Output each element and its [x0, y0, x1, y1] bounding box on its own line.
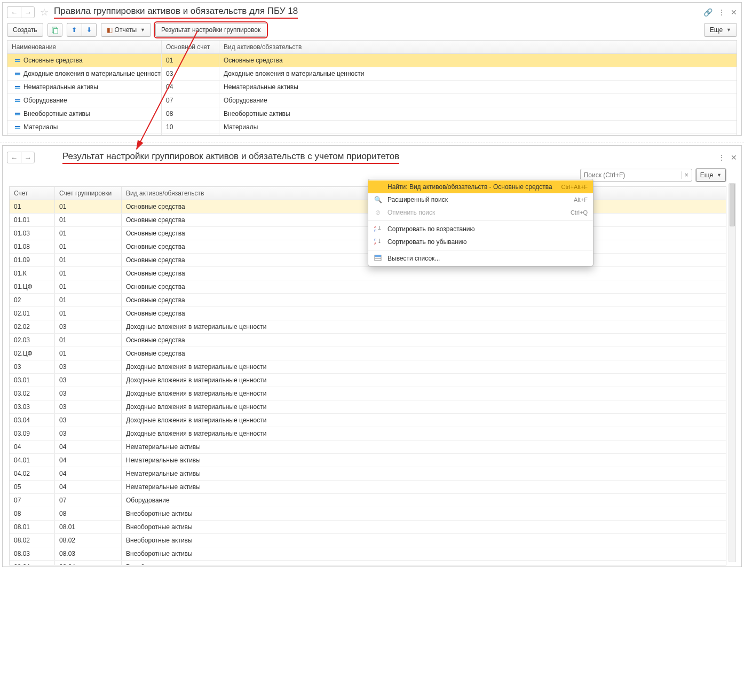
col-account[interactable]: Основной счет — [162, 41, 219, 53]
table-row[interactable]: 08.0408.04Внеоборотные активы — [10, 561, 726, 565]
cell-account: 03.09 — [10, 427, 55, 440]
menu-advanced-search[interactable]: 🔍 Расширенный поиск Alt+F — [368, 193, 593, 206]
more-button[interactable]: Еще▼ — [695, 168, 726, 182]
cell-type: Основные средства — [219, 54, 737, 67]
table-row[interactable]: 08.0208.02Внеоборотные активы — [10, 534, 726, 547]
table-row[interactable]: 03.0303Доходные вложения в материальные … — [10, 400, 726, 414]
cell-group: 01 — [55, 254, 122, 266]
vertical-scrollbar[interactable] — [729, 183, 736, 562]
copy-button[interactable] — [48, 23, 62, 37]
cell-type: Нематериальные активы — [122, 441, 726, 453]
cell-type: Основные средства — [122, 280, 726, 293]
table-row[interactable]: Нематериальные активы04Нематериальные ак… — [7, 81, 737, 94]
table-row[interactable]: 04.0204Нематериальные активы — [10, 467, 726, 481]
menu-sort-asc[interactable]: АЯ Сортировать по возрастанию — [368, 223, 593, 235]
cell-account: 01.ЦФ — [10, 280, 55, 293]
export-list-icon — [374, 254, 382, 263]
cell-group: 04 — [55, 467, 122, 480]
grouping-result-button[interactable]: Результат настройки группировок — [155, 23, 266, 37]
table-row[interactable]: 04.0104Нематериальные активы — [10, 454, 726, 467]
col-group-account[interactable]: Счет группировки — [55, 187, 122, 200]
kebab-menu-icon[interactable]: ⋮ — [718, 153, 725, 162]
close-icon[interactable]: ✕ — [731, 153, 737, 162]
cell-account: 04.01 — [10, 454, 55, 467]
forward-button[interactable]: → — [21, 6, 35, 18]
menu-find-current[interactable]: Найти: Вид активов/обязательств - Основн… — [368, 180, 593, 193]
cell-type: Доходные вложения в материальные ценност… — [219, 67, 737, 80]
move-down-button[interactable]: ⬇ — [82, 23, 97, 37]
table-row[interactable]: Основные средства01Основные средства — [7, 54, 737, 67]
table-row[interactable]: 03.0903Доходные вложения в материальные … — [10, 427, 726, 441]
close-icon[interactable]: ✕ — [731, 8, 737, 17]
cell-group: 01 — [55, 294, 122, 306]
context-menu: Найти: Вид активов/обязательств - Основн… — [368, 179, 593, 266]
forward-button[interactable]: → — [21, 152, 35, 163]
table-row[interactable]: 03.0403Доходные вложения в материальные … — [10, 414, 726, 427]
cell-group: 04 — [55, 441, 122, 453]
cell-group: 08.02 — [55, 534, 122, 547]
cell-name: Доходные вложения в материальные ценност… — [23, 70, 162, 77]
svg-text:Я: Я — [374, 238, 376, 241]
cell-group: 01 — [55, 307, 122, 320]
cell-type: Внеоборотные активы — [122, 507, 726, 520]
svg-text:А: А — [374, 225, 376, 229]
table-row[interactable]: Доходные вложения в материальные ценност… — [7, 67, 737, 81]
table-row[interactable]: 03.0203Доходные вложения в материальные … — [10, 387, 726, 400]
grouping-rules-window: ← → ☆ Правила группировки активов и обяз… — [2, 2, 742, 136]
table-row[interactable]: 02.0101Основные средства — [10, 307, 726, 320]
cell-account: 10 — [162, 121, 219, 133]
link-icon[interactable]: 🔗 — [703, 8, 713, 17]
table-row[interactable]: 01.ЦФ01Основные средства — [10, 280, 726, 294]
cell-type: Доходные вложения в материальные ценност… — [122, 400, 726, 413]
table-row[interactable]: 0504Нематериальные активы — [10, 481, 726, 494]
table-row[interactable]: 0404Нематериальные активы — [10, 441, 726, 454]
table-row[interactable]: 02.0301Основные средства — [10, 334, 726, 347]
cell-account: 03.02 — [10, 387, 55, 400]
kebab-menu-icon[interactable]: ⋮ — [718, 8, 725, 17]
table-row[interactable]: 0303Доходные вложения в материальные цен… — [10, 360, 726, 374]
cell-type: Основные средства — [122, 307, 726, 320]
table-row[interactable]: Внеоборотные активы08Внеоборотные активы — [7, 107, 737, 121]
cell-type: Нематериальные активы — [122, 454, 726, 467]
cell-account: 08.03 — [10, 547, 55, 560]
search-input[interactable] — [581, 171, 681, 179]
col-account[interactable]: Счет — [10, 187, 55, 200]
cell-account: 02.01 — [10, 307, 55, 320]
table-row[interactable]: 0201Основные средства — [10, 294, 726, 307]
col-name[interactable]: Наименование — [7, 41, 162, 53]
move-up-button[interactable]: ⬆ — [67, 23, 82, 37]
table-row[interactable]: 01.К01Основные средства — [10, 267, 726, 280]
scrollbar-thumb[interactable] — [730, 184, 735, 226]
create-button[interactable]: Создать — [7, 23, 43, 37]
back-button[interactable]: ← — [7, 6, 21, 18]
menu-export-list[interactable]: Вывести список... — [368, 252, 593, 265]
cell-type: Доходные вложения в материальные ценност… — [122, 320, 726, 333]
cell-group: 01 — [55, 267, 122, 280]
table-row[interactable]: 08.0308.03Внеоборотные активы — [10, 547, 726, 561]
cell-group: 04 — [55, 454, 122, 467]
menu-sort-desc[interactable]: ЯА Сортировать по убыванию — [368, 235, 593, 248]
search-box[interactable]: × — [580, 169, 692, 182]
cell-account: 03.04 — [10, 414, 55, 427]
favorite-star-icon[interactable]: ☆ — [40, 6, 49, 18]
cell-account: 01 — [10, 200, 55, 213]
reports-button[interactable]: Отчеты▼ — [101, 23, 151, 37]
table-row[interactable]: 02.ЦФ01Основные средства — [10, 347, 726, 360]
rules-table: Наименование Основной счет Вид активов/о… — [7, 40, 737, 136]
cell-group: 03 — [55, 427, 122, 440]
table-row[interactable]: 0707Оборудование — [10, 494, 726, 507]
back-button[interactable]: ← — [7, 152, 21, 163]
col-type[interactable]: Вид активов/обязательств — [219, 41, 737, 53]
table-row[interactable]: Оборудование07Оборудование — [7, 94, 737, 107]
table-row[interactable]: 08.0108.01Внеоборотные активы — [10, 521, 726, 534]
search-clear-icon[interactable]: × — [681, 171, 692, 179]
table-row[interactable]: 02.0203Доходные вложения в материальные … — [10, 320, 726, 334]
table-row[interactable]: Материалы10Материалы — [7, 121, 737, 134]
menu-cancel-search[interactable]: ⊘ Отменить поиск Ctrl+Q — [368, 206, 593, 219]
table-row[interactable]: 0808Внеоборотные активы — [10, 507, 726, 521]
cell-type: Доходные вложения в материальные ценност… — [122, 360, 726, 373]
cell-account: 01.01 — [10, 214, 55, 226]
table-row[interactable]: Материалы15.01Материалы — [7, 134, 737, 136]
table-row[interactable]: 03.0103Доходные вложения в материальные … — [10, 374, 726, 387]
more-button[interactable]: Еще▼ — [704, 23, 737, 37]
